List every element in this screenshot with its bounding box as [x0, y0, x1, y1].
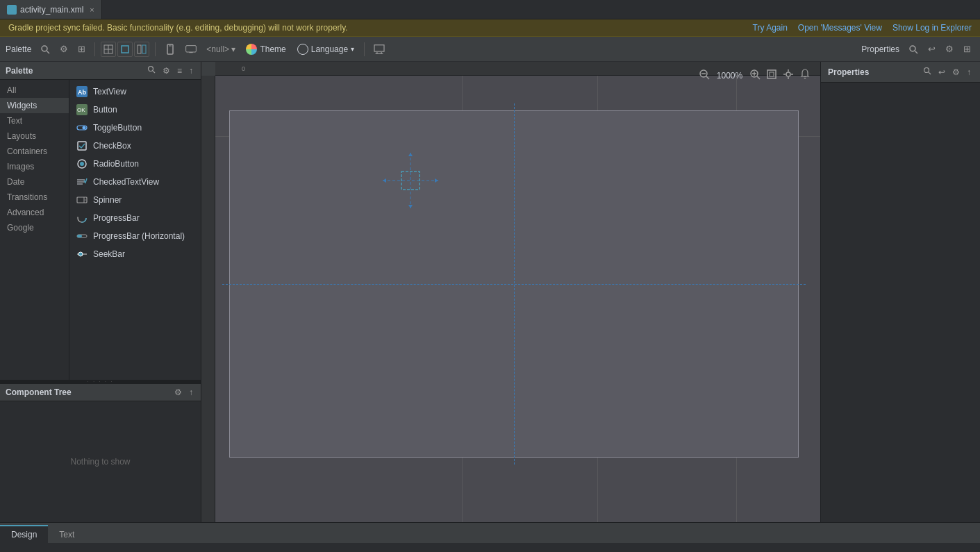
widget-spinner[interactable]: Spinner	[69, 191, 201, 209]
zoom-in-button[interactable]	[748, 67, 762, 83]
layout-view-buttons	[101, 42, 149, 57]
zoom-out-button[interactable]	[697, 67, 711, 83]
radiobutton-icon	[76, 158, 88, 169]
component-tree-empty: Nothing to show	[0, 401, 201, 522]
theme-button[interactable]: Theme	[242, 42, 290, 57]
fit-screen-button[interactable]	[765, 67, 779, 83]
widget-checkedtextview[interactable]: CheckedTextView	[69, 173, 201, 191]
properties-settings-button[interactable]: ⚙	[942, 42, 957, 56]
svg-rect-26	[78, 142, 86, 150]
language-label: Language	[311, 44, 348, 54]
palette-settings-button[interactable]: ⚙	[56, 42, 72, 56]
widget-radiobutton[interactable]: RadioButton	[69, 155, 201, 173]
category-text[interactable]: Text	[0, 113, 69, 128]
category-transitions[interactable]: Transitions	[0, 190, 69, 205]
layout-blueprint-button[interactable]	[117, 42, 133, 57]
svg-line-59	[929, 72, 931, 74]
spinner-label: Spinner	[93, 195, 122, 205]
tab-filename: activity_main.xml	[20, 5, 83, 15]
tab-close-button[interactable]: ×	[90, 6, 94, 14]
togglebutton-icon	[76, 122, 88, 133]
properties-search-icon-btn[interactable]	[921, 66, 933, 78]
svg-rect-6	[138, 45, 141, 53]
svg-point-28	[80, 162, 84, 166]
category-date[interactable]: Date	[0, 174, 69, 190]
category-containers[interactable]: Containers	[0, 144, 69, 159]
properties-header-icons: ↩ ⚙ ↑	[921, 66, 973, 78]
canvas-zoom-controls: 1000%	[697, 67, 812, 83]
right-panel: Properties ↩ ⚙ ↑	[820, 62, 980, 522]
design-viewport[interactable]	[215, 76, 820, 522]
svg-rect-7	[142, 45, 146, 53]
tab-text[interactable]: Text	[48, 525, 85, 543]
properties-config-icon-btn[interactable]: ⚙	[950, 66, 962, 78]
svg-line-17	[915, 51, 918, 53]
palette-header-icons: ⚙ ≡ ↑	[145, 65, 195, 76]
open-messages-link[interactable]: Open 'Messages' View	[798, 23, 882, 33]
palette-header: Palette ⚙ ≡ ↑	[0, 62, 201, 80]
properties-expand-button[interactable]: ⊞	[960, 42, 974, 56]
main-toolbar: Palette ⚙ ⊞	[0, 37, 980, 62]
svg-marker-44	[383, 178, 386, 183]
widget-checkbox[interactable]: CheckBox	[69, 137, 201, 155]
category-google[interactable]: Google	[0, 220, 69, 235]
widget-button[interactable]: OK Button	[69, 101, 201, 119]
properties-title: Properties	[828, 67, 869, 77]
svg-marker-45	[435, 178, 438, 183]
widget-togglebutton[interactable]: ToggleButton	[69, 119, 201, 137]
component-tree-expand-btn[interactable]: ↑	[187, 387, 195, 398]
pan-button[interactable]	[781, 67, 795, 83]
category-advanced[interactable]: Advanced	[0, 205, 69, 220]
widget-textview[interactable]: Ab TextView	[69, 83, 201, 101]
svg-rect-54	[767, 70, 776, 78]
zoom-in-icon	[749, 69, 761, 80]
widget-progressbar-h[interactable]: ProgressBar (Horizontal)	[69, 227, 201, 245]
properties-collapse-btn[interactable]: ↑	[965, 66, 973, 78]
tab-activity-main[interactable]: activity_main.xml ×	[0, 0, 102, 19]
svg-rect-55	[770, 72, 774, 76]
show-log-link[interactable]: Show Log in Explorer	[892, 23, 972, 33]
widget-seekbar[interactable]: SeekBar	[69, 245, 201, 263]
properties-search-button[interactable]	[905, 42, 922, 56]
warning-message: Gradle project sync failed. Basic functi…	[8, 23, 348, 33]
toolbar-sep-1	[94, 42, 95, 56]
device-button[interactable]	[182, 43, 200, 56]
progressbar-icon	[76, 212, 88, 224]
category-images[interactable]: Images	[0, 159, 69, 174]
language-arrow: ▾	[351, 45, 354, 53]
null-device-button[interactable]: <null> ▾	[203, 42, 239, 56]
tab-design[interactable]: Design	[0, 525, 48, 543]
palette-search-btn[interactable]	[145, 65, 158, 76]
category-layouts[interactable]: Layouts	[0, 128, 69, 144]
widget-progressbar[interactable]: ProgressBar	[69, 209, 201, 227]
svg-point-0	[42, 46, 47, 51]
notification-button[interactable]	[798, 67, 812, 83]
layout-both-button[interactable]	[134, 42, 149, 57]
constraint-svg	[383, 153, 438, 208]
textview-icon: Ab	[76, 86, 88, 97]
category-all[interactable]: All	[0, 83, 69, 98]
palette-collapse-btn[interactable]: ↑	[187, 65, 195, 76]
try-again-link[interactable]: Try Again	[753, 23, 788, 33]
component-tree-settings-btn[interactable]: ⚙	[172, 387, 184, 398]
textview-label: TextView	[93, 87, 126, 97]
constraint-handles	[383, 153, 438, 210]
palette-view-btn[interactable]: ≡	[175, 65, 184, 76]
spinner-icon	[76, 194, 88, 206]
properties-content	[821, 83, 980, 522]
progressbar-h-icon	[76, 231, 88, 242]
language-button[interactable]: Language ▾	[293, 42, 358, 57]
palette-expand-button[interactable]: ⊞	[74, 42, 89, 56]
palette-panel: Palette ⚙ ≡ ↑ All Wid	[0, 62, 201, 380]
svg-line-19	[153, 71, 155, 73]
properties-undo-button[interactable]: ↩	[924, 42, 939, 56]
properties-search-icon	[908, 44, 918, 54]
viewport-icon	[374, 44, 385, 54]
layout-design-button[interactable]	[101, 42, 116, 57]
properties-undo-icon-btn[interactable]: ↩	[936, 66, 947, 78]
orientation-button[interactable]	[161, 42, 179, 57]
palette-config-btn[interactable]: ⚙	[160, 65, 172, 76]
viewport-button[interactable]	[370, 42, 388, 56]
category-widgets[interactable]: Widgets	[0, 98, 69, 113]
palette-search-button[interactable]	[37, 42, 53, 56]
